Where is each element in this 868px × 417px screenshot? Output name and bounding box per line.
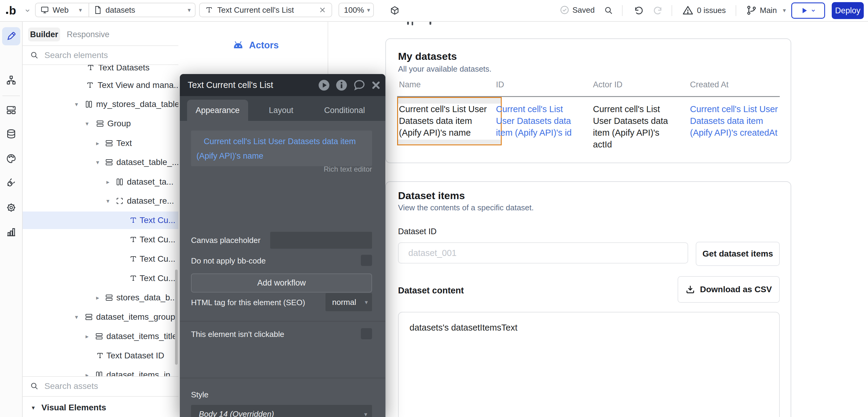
undo-icon[interactable] <box>633 5 643 16</box>
expand-arrow-icon[interactable]: ▸ <box>86 366 89 376</box>
comment-icon[interactable] <box>353 78 366 92</box>
card-subtitle: View the contents of a specific dataset. <box>398 203 534 213</box>
tree-item[interactable]: Text View and mana... <box>23 76 178 94</box>
expand-arrow-icon[interactable]: ▸ <box>96 289 99 307</box>
table-cell-id[interactable]: Current cell's List User Datasets data i… <box>496 103 578 139</box>
design-tab-button[interactable] <box>2 27 20 45</box>
table-cell-actor-id[interactable]: Current cell's List User Datasets data i… <box>593 103 675 151</box>
tree-item[interactable]: Text Datasets <box>23 65 178 76</box>
dataset-content-text[interactable]: datasets's datasetItemsText <box>409 323 518 333</box>
text-element-icon <box>87 65 95 72</box>
expand-arrow-icon[interactable]: ▸ <box>86 327 89 345</box>
logo-chevron-icon[interactable] <box>24 7 31 14</box>
search-elements-row <box>23 46 178 65</box>
add-workflow-button[interactable]: Add workflow <box>191 274 372 292</box>
monitor-icon <box>40 6 49 14</box>
deploy-button[interactable]: Deploy <box>832 2 864 19</box>
tree-scrollbar[interactable] <box>175 269 178 365</box>
platform-chevron-icon[interactable]: ▾ <box>79 6 82 13</box>
platform-label[interactable]: Web <box>53 5 69 15</box>
text-element-icon <box>205 6 213 14</box>
tree-item[interactable]: ▾ dataset_table_... <box>23 154 178 171</box>
plugins-tab-button[interactable] <box>2 173 20 191</box>
bubble-logo[interactable]: b <box>6 4 16 17</box>
tree-item[interactable]: Text Cu... <box>23 231 178 248</box>
collapse-arrow-icon[interactable]: ▾ <box>75 95 78 113</box>
tree-item[interactable]: ▸ stores_data_b... <box>23 289 178 307</box>
tree-item[interactable]: ▸ dataset_items_title <box>23 327 178 345</box>
sitemap-tab-button[interactable] <box>2 71 20 89</box>
rich-text-editor-link[interactable]: Rich text editor <box>324 165 372 173</box>
collapse-arrow-icon: ▾ <box>32 404 35 411</box>
close-tab-icon[interactable] <box>319 6 326 13</box>
not-clickable-checkbox-label: This element isn't clickable <box>191 330 284 339</box>
components-tab-button[interactable] <box>2 101 20 119</box>
get-dataset-items-button[interactable]: Get dataset items <box>696 242 780 266</box>
logs-tab-button[interactable] <box>2 223 20 241</box>
issues-indicator[interactable]: 0 issues <box>682 5 726 16</box>
html-tag-dropdown[interactable]: normal ▾ <box>326 293 372 311</box>
collapse-arrow-icon[interactable]: ▾ <box>86 115 89 132</box>
sidebar-item-actors[interactable]: Actors <box>232 40 279 51</box>
tree-item[interactable]: Text Cu... <box>23 250 178 268</box>
search-elements-input[interactable] <box>44 50 178 60</box>
zoom-selector[interactable]: 100% ▾ <box>339 3 374 17</box>
tree-item-selected[interactable]: Text Cu... <box>23 212 178 229</box>
not-clickable-checkbox[interactable] <box>361 328 372 339</box>
branch-selector[interactable]: Main ▾ <box>746 5 789 16</box>
logo-dot <box>6 12 8 14</box>
card-title: My datasets <box>398 51 457 62</box>
tab-appearance[interactable]: Appearance <box>187 100 248 121</box>
table-cell-name[interactable]: Current cell's List User Datasets data i… <box>399 103 496 139</box>
data-tab-button[interactable] <box>2 125 20 143</box>
tree-item[interactable]: Text Cu... <box>23 269 178 287</box>
saved-label: Saved <box>572 5 595 15</box>
download-csv-button[interactable]: Download as CSV <box>678 276 780 303</box>
page-selector-label[interactable]: datasets <box>105 5 135 15</box>
bbcode-checkbox[interactable] <box>361 255 372 266</box>
canvas-placeholder-input[interactable] <box>270 232 372 249</box>
search-assets-input[interactable] <box>44 381 178 391</box>
visual-elements-section[interactable]: ▾ Visual Elements <box>23 398 178 417</box>
info-icon[interactable] <box>335 79 348 92</box>
collapse-arrow-icon[interactable]: ▾ <box>96 154 99 171</box>
property-editor-header[interactable]: Text Current cell's List <box>180 74 385 96</box>
tree-item[interactable]: ▸ dataset_ta... <box>23 173 178 191</box>
package-icon[interactable] <box>389 5 400 16</box>
collapse-arrow-icon[interactable]: ▾ <box>106 192 110 210</box>
close-icon[interactable] <box>371 80 381 90</box>
preview-button[interactable] <box>791 2 825 19</box>
element-tab[interactable]: Text Current cell's List <box>199 3 332 17</box>
search-icon[interactable] <box>604 6 614 15</box>
collapse-arrow-icon[interactable]: ▾ <box>75 308 78 326</box>
tree-item[interactable]: ▾ dataset_re... <box>23 192 178 210</box>
expand-arrow-icon[interactable]: ▸ <box>96 134 99 152</box>
styles-tab-button[interactable] <box>2 150 20 168</box>
expand-arrow-icon[interactable]: ▸ <box>106 173 110 191</box>
settings-tab-button[interactable] <box>2 198 20 217</box>
tab-layout[interactable]: Layout <box>252 100 310 121</box>
bar-chart-icon <box>6 227 16 237</box>
style-dropdown[interactable]: Body 14 (Overridden) ▾ <box>191 405 372 417</box>
tab-builder[interactable]: Builder <box>28 28 60 41</box>
table-cell-created-at[interactable]: Current cell's List User Datasets data i… <box>690 103 787 139</box>
run-icon[interactable] <box>318 79 330 92</box>
tab-responsive[interactable]: Responsive <box>67 28 110 41</box>
property-editor-title: Text Current cell's List <box>188 80 273 90</box>
element-tree: Text Datasets Text View and mana... ▾ my… <box>23 65 178 376</box>
tree-item[interactable]: ▾ my_stores_data_table <box>23 95 178 113</box>
text-element-icon <box>96 352 104 360</box>
tree-item[interactable]: ▸ Text <box>23 134 178 152</box>
rich-text-field[interactable]: Current cell's List User Datasets data i… <box>191 131 372 166</box>
tree-item[interactable]: ▸ dataset_items_in... <box>23 366 178 376</box>
text-element-icon <box>129 255 137 263</box>
tab-conditional[interactable]: Conditional <box>316 100 373 121</box>
property-editor: Text Current cell's List Appearance Layo… <box>180 74 385 417</box>
tree-item[interactable]: ▾ dataset_items_group <box>23 308 178 326</box>
page-chevron-icon[interactable]: ▾ <box>188 6 191 13</box>
sitemap-icon <box>6 75 16 85</box>
dataset-id-field[interactable]: dataset_001 <box>398 242 688 263</box>
tree-item[interactable]: ▾ Group <box>23 115 178 132</box>
redo-icon[interactable] <box>653 5 664 16</box>
tree-item[interactable]: Text Dataset ID <box>23 347 178 364</box>
